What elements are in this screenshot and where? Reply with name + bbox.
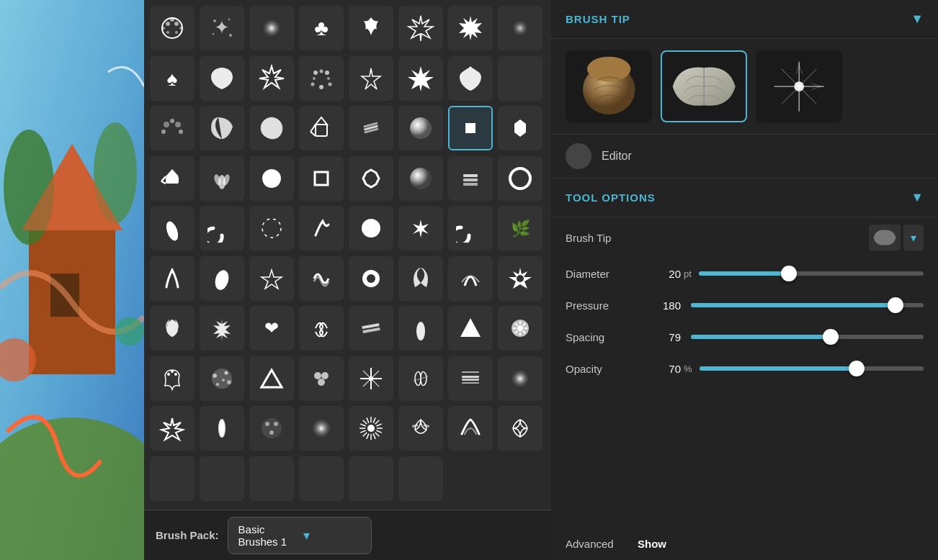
svg-point-25 [510,18,530,38]
brush-cell-54[interactable] [448,306,493,351]
brush-cell-60[interactable] [349,356,393,401]
brush-cell-61[interactable] [398,356,443,401]
brush-cell-52[interactable] [349,306,393,351]
brush-cell-74[interactable] [249,456,294,501]
brush-cell-55[interactable] [498,306,542,351]
brush-cell-47[interactable] [498,256,542,301]
brush-cell-76[interactable] [349,456,393,501]
brush-cell-36[interactable] [349,206,393,250]
brush-cell-42[interactable] [249,256,294,301]
brush-cell-21[interactable] [398,106,443,150]
tool-options-chevron-icon[interactable]: ▼ [911,190,924,205]
brush-cell-37[interactable] [398,206,443,250]
svg-point-31 [327,77,330,80]
brush-cell-45[interactable] [398,256,443,301]
brush-cell-38[interactable] [448,206,493,250]
brush-cell-11[interactable] [299,56,344,101]
brush-tip-thumb-2[interactable] [756,50,842,122]
brush-cell-69[interactable] [398,406,443,451]
brush-cell-9[interactable] [200,56,244,101]
brush-cell-31[interactable] [498,156,542,201]
brush-cell-23[interactable] [498,106,542,150]
brush-cell-8[interactable]: ♠ [150,56,195,101]
brush-cell-48[interactable] [150,306,195,351]
brush-cell-12[interactable] [349,56,393,101]
diameter-slider[interactable] [699,265,924,282]
brush-pack-dropdown[interactable]: Basic Brushes 1 ▾ [228,517,372,554]
brush-cell-13[interactable] [398,56,443,101]
brush-cell-1[interactable]: ✦ [200,6,244,50]
opacity-slider[interactable] [700,360,924,377]
brush-cell-43[interactable] [299,256,344,301]
brush-cell-24[interactable] [150,156,195,201]
brush-cell-2[interactable] [249,6,294,50]
brush-cell-34[interactable] [249,206,294,250]
brush-cell-73[interactable] [200,456,244,501]
brush-cell-28[interactable] [349,156,393,201]
brush-tip-mini-preview[interactable] [869,225,901,250]
brush-cell-41[interactable] [200,256,244,301]
brush-cell-62[interactable] [448,356,493,401]
editor-dot[interactable] [566,143,591,169]
brush-cell-77[interactable] [398,456,443,501]
brush-cell-64[interactable] [150,406,195,451]
brush-cell-68[interactable] [349,406,393,451]
brush-cell-3[interactable]: ♣ [299,6,344,50]
brush-cell-67[interactable] [299,406,344,451]
brush-cell-15[interactable] [498,56,542,101]
brush-tip-thumb-0[interactable] [566,50,652,122]
brush-cell-10[interactable] [249,56,294,101]
spacing-slider[interactable] [691,328,924,346]
brush-cell-16[interactable] [150,106,195,150]
brush-cell-50[interactable]: ❤ [249,306,294,351]
brush-cell-56[interactable] [150,356,195,401]
svg-point-19 [213,19,216,22]
brush-cell-20[interactable] [349,106,393,150]
brush-cell-0[interactable] [150,6,195,50]
brush-cell-39[interactable]: 🌿 [498,206,542,250]
tool-options-title: TOOL OPTIONS [566,191,656,204]
brush-cell-14[interactable] [448,56,493,101]
brush-tip-dropdown-icon[interactable]: ▾ [903,225,924,250]
svg-rect-103 [462,371,479,373]
diameter-label: Diameter [566,268,638,280]
brush-cell-19[interactable] [299,106,344,150]
svg-point-33 [319,85,323,89]
brush-tip-thumb-1[interactable] [661,50,747,122]
brush-cell-32[interactable] [150,206,195,250]
svg-rect-64 [463,183,478,186]
brush-cell-25[interactable] [200,156,244,201]
brush-cell-35[interactable] [299,206,344,250]
brush-cell-51[interactable] [299,306,344,351]
brush-cell-57[interactable] [200,356,244,401]
brush-cell-17[interactable] [200,106,244,150]
brush-cell-27[interactable] [299,156,344,201]
brush-cell-5[interactable] [398,6,443,50]
brush-cell-18[interactable] [249,106,294,150]
brush-tip-chevron-icon[interactable]: ▼ [911,12,924,27]
brush-cell-53[interactable] [398,306,443,351]
brush-cell-75[interactable] [299,456,344,501]
pressure-slider[interactable] [691,297,924,314]
brush-cell-40[interactable] [150,256,195,301]
brush-cell-72[interactable] [150,456,195,501]
brush-cell-22[interactable] [448,106,493,150]
brush-cell-30[interactable] [448,156,493,201]
brush-cell-71[interactable] [498,406,542,451]
brush-cell-63[interactable] [498,356,542,401]
brush-cell-29[interactable] [398,156,443,201]
brush-cell-65[interactable] [200,406,244,451]
brush-cell-49[interactable] [200,306,244,351]
brush-cell-6[interactable] [448,6,493,50]
brush-cell-59[interactable] [299,356,344,401]
brush-cell-70[interactable] [448,406,493,451]
brush-cell-4[interactable] [349,6,393,50]
advanced-show-button[interactable]: Show [638,538,666,550]
brush-cell-66[interactable] [249,406,294,451]
brush-cell-33[interactable] [200,206,244,250]
brush-cell-7[interactable] [498,6,542,50]
brush-cell-58[interactable] [249,356,294,401]
brush-cell-44[interactable] [349,256,393,301]
brush-cell-26[interactable] [249,156,294,201]
brush-cell-46[interactable] [448,256,493,301]
